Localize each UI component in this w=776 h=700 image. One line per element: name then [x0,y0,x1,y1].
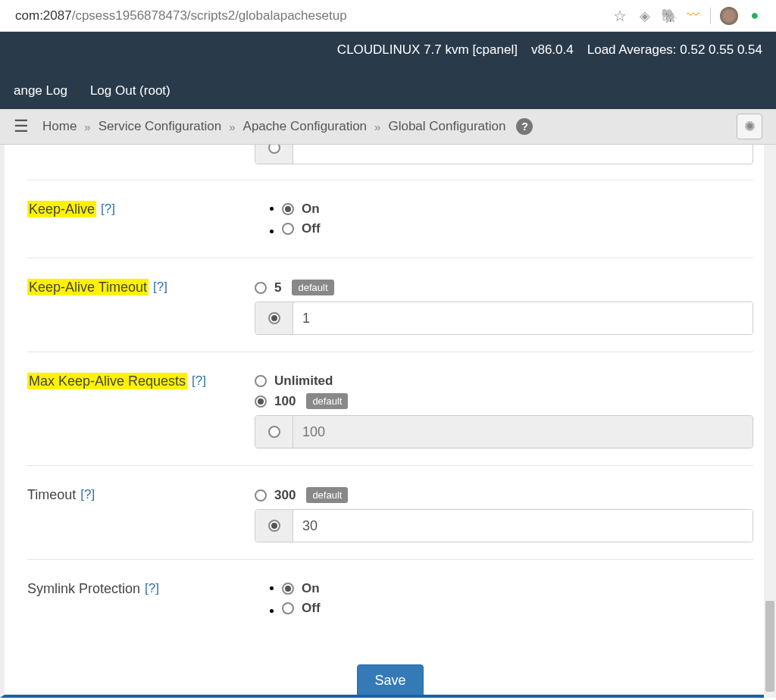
support-icon[interactable]: ✺ [737,114,762,139]
label-keep-alive: Keep-Alive [27,201,96,217]
label-symlink-protection: Symlink Protection [27,581,140,597]
default-badge: default [306,393,348,409]
option-300: 300 [274,488,296,503]
timeout-input-combo: 30 [255,509,753,542]
scrollbar[interactable] [764,145,776,698]
label-keep-alive-timeout: Keep-Alive Timeout [27,279,149,295]
breadcrumb-current: Global Configuration [388,119,505,134]
row-keep-alive: Keep-Alive [?] On Off [27,180,753,258]
option-unlimited: Unlimited [274,373,333,389]
breadcrumb-help-icon[interactable]: ? [516,118,533,135]
ka-timeout-input-combo: 1 [255,302,753,335]
url-text[interactable]: com:2087/cpsess1956878473/scripts2/globa… [9,5,607,27]
help-link-max-keep-alive-requests[interactable]: [?] [192,373,206,389]
header-nav: ange Log Log Out (root) [14,74,762,109]
menu-toggle-icon[interactable]: ☰ [14,117,29,136]
breadcrumb-sep: » [374,120,380,133]
radio-icon [268,145,280,154]
help-link-symlink-protection[interactable]: [?] [145,581,159,596]
radio-ka-timeout-custom[interactable] [268,312,280,324]
label-max-keep-alive-requests: Max Keep-Alive Requests [27,373,187,389]
breadcrumb-home[interactable]: Home [42,119,77,134]
evernote-icon[interactable]: 🐘 [662,8,677,23]
option-off: Off [302,601,321,616]
option-on: On [302,581,320,596]
radio-maxkar-custom[interactable] [268,426,280,438]
nav-change-log[interactable]: ange Log [14,83,67,98]
default-badge: default [292,280,333,295]
maxkar-value[interactable]: 100 [293,416,753,448]
radio-timeout-custom[interactable] [268,520,280,532]
status-row: CLOUDLINUX 7.7 kvm [cpanel] v86.0.4 Load… [14,42,762,74]
url-port: :2087 [39,8,72,23]
option-100: 100 [274,394,296,409]
nav-logout[interactable]: Log Out (root) [90,83,171,98]
row-timeout: Timeout [?] 300 default 30 [27,465,753,559]
option-off: Off [302,221,321,236]
radio-symlink-on[interactable] [282,583,294,595]
separator [710,8,711,24]
bookmark-star-icon[interactable]: ☆ [613,7,627,25]
save-button[interactable]: Save [357,664,423,697]
row-symlink-protection: Symlink Protection [?] On Off [27,559,753,637]
load-averages-label: Load Averages: 0.52 0.55 0.54 [587,42,762,58]
radio-keep-alive-on[interactable] [282,203,294,215]
breadcrumb-service-config[interactable]: Service Configuration [99,119,222,134]
os-label: CLOUDLINUX 7.7 kvm [cpanel] [337,42,518,58]
profile-avatar[interactable] [720,7,738,25]
url-host: com [15,8,39,23]
breadcrumb-sep: » [84,120,90,133]
version-label: v86.0.4 [531,42,574,58]
browser-address-bar: com:2087/cpsess1956878473/scripts2/globa… [0,0,776,32]
row-keep-alive-timeout: Keep-Alive Timeout [?] 5 default 1 [27,258,753,352]
upload-icon[interactable]: ● [747,8,762,23]
help-link-timeout[interactable]: [?] [80,487,95,502]
google-drive-icon[interactable]: ◈ [637,8,652,23]
radio-keep-alive-off[interactable] [282,223,294,235]
option-on: On [302,202,320,217]
radio-maxkar-unlimited[interactable] [255,375,267,387]
help-link-keep-alive-timeout[interactable]: [?] [153,280,167,295]
help-link-keep-alive[interactable]: [?] [101,202,115,217]
previous-setting-input[interactable] [255,145,753,164]
breadcrumb-apache-config[interactable]: Apache Configuration [243,119,368,134]
url-path: /cpsess1956878473/scripts2/globalapaches… [72,8,347,23]
extension-icon[interactable]: 〰 [686,8,701,23]
breadcrumb-bar: ☰ Home » Service Configuration » Apache … [0,109,776,145]
maxkar-input-combo: 100 [255,415,753,448]
radio-ka-timeout-default[interactable] [255,282,267,294]
settings-content: Keep-Alive [?] On Off Keep-Alive Timeout… [0,145,776,698]
ka-timeout-value[interactable]: 1 [293,302,753,334]
scrollbar-thumb[interactable] [765,601,774,692]
radio-symlink-off[interactable] [282,602,294,614]
radio-timeout-default[interactable] [255,489,267,502]
radio-maxkar-default[interactable] [255,395,267,408]
label-timeout: Timeout [27,487,76,503]
whm-header: CLOUDLINUX 7.7 kvm [cpanel] v86.0.4 Load… [0,32,776,109]
option-5: 5 [274,280,281,295]
timeout-value[interactable]: 30 [293,510,753,542]
breadcrumb-sep: » [229,120,235,133]
row-max-keep-alive-requests: Max Keep-Alive Requests [?] Unlimited 10… [27,352,753,465]
default-badge: default [306,487,348,503]
